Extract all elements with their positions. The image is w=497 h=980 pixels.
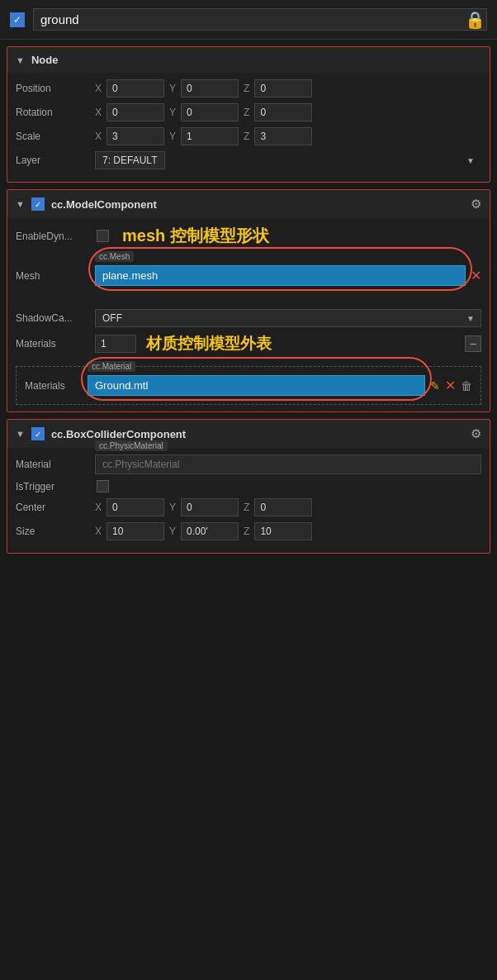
node-enabled-checkbox[interactable]: ✓ [10,12,25,27]
mesh-label: Mesh [16,270,90,282]
materials-count-row: Materials 材质控制模型外表 − [16,333,481,354]
center-y-input[interactable] [181,498,239,516]
materials-count-input[interactable] [95,335,136,353]
center-z-input[interactable] [254,498,312,516]
scale-y-label: Y [169,131,176,142]
layer-label: Layer [16,155,90,166]
mat-remove-icon[interactable]: ✕ [445,378,456,393]
layer-select-wrapper: 7: DEFAULT [95,151,481,169]
node-section-header[interactable]: ▼ Node [7,47,490,73]
shadow-select[interactable]: OFF [95,309,481,327]
node-arrow-icon: ▼ [16,55,25,65]
mat-input[interactable] [88,375,425,396]
position-z-input[interactable] [254,79,312,98]
rotation-y-input[interactable] [181,103,239,121]
size-z-input[interactable] [254,522,312,540]
rotation-row: Rotation X Y Z [16,103,481,121]
mesh-cc-label: cc.Mesh [95,251,134,262]
node-name-input[interactable] [33,8,487,31]
model-enabled-checkbox[interactable]: ✓ [31,197,45,211]
mesh-input[interactable] [95,265,466,286]
model-gear-icon[interactable]: ⚙ [471,197,481,212]
scale-label: Scale [16,131,90,142]
size-z-label: Z [244,526,249,537]
collider-section-body: Material cc.PhysicMaterial IsTrigger Cen… [7,448,490,553]
materials-minus-button[interactable]: − [465,335,481,352]
materials-item-row: Materials cc.Material ✎ ✕ 🗑 [25,375,472,396]
model-section-title: cc.ModelComponent [51,198,157,211]
mesh-annotation: mesh 控制模型形状 [122,225,269,247]
scale-x-label: X [95,131,102,142]
size-row: Size X Y Z [16,522,481,540]
scale-z-input[interactable] [254,127,312,145]
center-z-label: Z [244,502,249,513]
size-x-label: X [95,526,102,537]
center-y-label: Y [169,502,176,513]
size-y-input[interactable] [181,522,239,540]
rotation-z-input[interactable] [254,103,312,121]
scale-z-label: Z [244,131,249,142]
node-section-title: Node [31,54,59,66]
center-label: Center [16,502,90,513]
center-x-input[interactable] [106,498,164,516]
layer-select[interactable]: 7: DEFAULT [95,151,165,169]
position-row: Position X Y Z [16,79,481,98]
position-y-input[interactable] [181,79,239,98]
is-trigger-label: IsTrigger [16,481,90,492]
rotation-x-label: X [95,107,102,118]
model-section: ▼ ✓ cc.ModelComponent ⚙ EnableDyn... mes… [7,189,490,412]
collider-cc-label: cc.PhysicMaterial [95,440,168,451]
is-trigger-checkbox[interactable] [97,480,109,492]
shadow-row: ShadowCa... OFF [16,309,481,327]
layer-row: Layer 7: DEFAULT [16,151,481,169]
materials-label: Materials [16,338,90,350]
center-row: Center X Y Z [16,498,481,516]
shadow-select-wrapper: OFF [95,309,481,327]
scale-row: Scale X Y Z [16,127,481,145]
rotation-y-label: Y [169,107,176,118]
position-z-label: Z [244,83,249,94]
collider-enabled-checkbox[interactable]: ✓ [31,427,45,440]
rotation-x-input[interactable] [106,103,164,121]
node-section: ▼ Node Position X Y Z Rotation X Y Z Sca… [7,46,490,183]
collider-gear-icon[interactable]: ⚙ [471,426,481,441]
rotation-label: Rotation [16,107,90,118]
collider-material-label: Material [16,459,90,470]
mat-edit-icon[interactable]: ✎ [430,379,440,392]
mesh-remove-icon[interactable]: ✕ [471,268,481,283]
materials-annotation: 材质控制模型外表 [146,333,272,354]
materials-item-label: Materials [25,380,83,392]
collider-material-row: Material cc.PhysicMaterial [16,454,481,474]
mesh-field-wrapper: cc.Mesh [95,265,466,286]
collider-section-header[interactable]: ▼ ✓ cc.BoxColliderComponent ⚙ [7,420,490,448]
center-x-label: X [95,502,102,513]
mesh-row: Mesh cc.Mesh ✕ [16,265,481,286]
lock-icon: 🔒 [465,10,485,30]
size-x-input[interactable] [106,522,164,540]
shadow-label: ShadowCa... [16,312,90,324]
is-trigger-row: IsTrigger [16,480,481,492]
model-arrow-icon: ▼ [16,199,25,209]
position-x-label: X [95,83,102,94]
model-section-header[interactable]: ▼ ✓ cc.ModelComponent ⚙ [7,190,490,218]
size-label: Size [16,526,90,537]
position-x-input[interactable] [106,79,164,98]
mat-field-wrapper: cc.Material [88,375,425,396]
scale-x-input[interactable] [106,127,164,145]
enable-dyn-label: EnableDyn... [16,231,90,242]
node-section-body: Position X Y Z Rotation X Y Z Scale X Y … [7,73,490,182]
position-y-label: Y [169,83,176,94]
size-y-label: Y [169,526,176,537]
enable-dyn-checkbox[interactable] [97,230,109,242]
position-label: Position [16,83,90,94]
model-section-body: EnableDyn... mesh 控制模型形状 Mesh cc.Mesh ✕ … [7,218,490,412]
mat-cc-label: cc.Material [88,361,135,372]
collider-material-input[interactable] [95,454,481,474]
collider-section-title: cc.BoxColliderComponent [51,428,186,440]
header-bar: ✓ [0,0,497,40]
materials-sub-section: Materials cc.Material ✎ ✕ 🗑 [16,366,481,405]
mat-delete-icon[interactable]: 🗑 [461,379,472,392]
rotation-z-label: Z [244,107,249,118]
scale-y-input[interactable] [181,127,239,145]
collider-section: ▼ ✓ cc.BoxColliderComponent ⚙ Material c… [7,419,490,554]
